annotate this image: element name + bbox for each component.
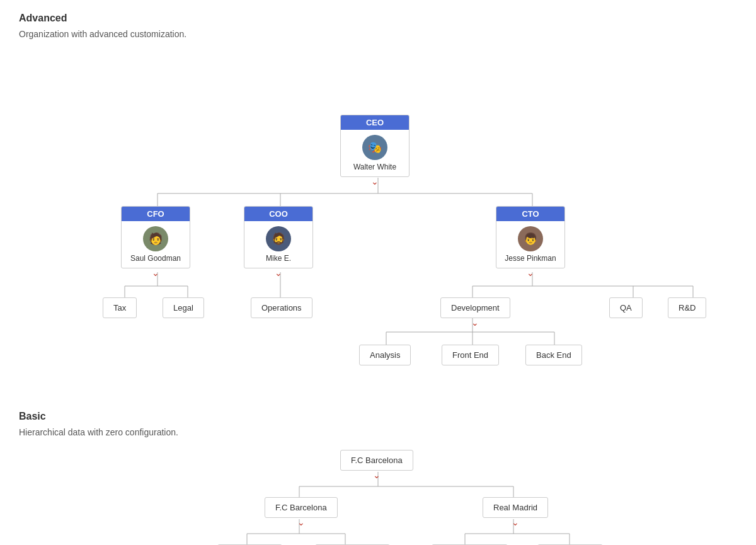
coo-node: COO 🧔 Mike E. ⌄ bbox=[244, 206, 313, 277]
cfo-title: CFO bbox=[122, 207, 190, 221]
backend-label: Back End bbox=[525, 345, 582, 365]
analysis-label: Analysis bbox=[359, 345, 411, 365]
coo-name: Mike E. bbox=[266, 254, 291, 263]
basic-child1-label: F.C Barcelona bbox=[265, 497, 338, 518]
advanced-section: Advanced Organization with advanced cust… bbox=[19, 13, 737, 386]
basic-child2-chevron: ⌄ bbox=[483, 518, 548, 527]
cfo-avatar: 🧑 bbox=[143, 226, 168, 251]
rd-label: R&D bbox=[668, 297, 706, 318]
cfo-chevron: ⌄ bbox=[121, 268, 190, 277]
basic-section: Basic Hierarchical data with zero config… bbox=[19, 411, 737, 545]
cto-chevron: ⌄ bbox=[496, 268, 565, 277]
frontend-node: Front End bbox=[442, 345, 499, 365]
ceo-avatar: 🎭 bbox=[362, 135, 387, 160]
cto-avatar: 👦 bbox=[518, 226, 543, 251]
advanced-description: Organization with advanced customization… bbox=[19, 29, 737, 39]
cto-name: Jesse Pinkman bbox=[505, 254, 556, 263]
basic-child2-node: Real Madrid ⌄ bbox=[483, 497, 548, 527]
ceo-title: CEO bbox=[341, 115, 409, 130]
rd-node: R&D bbox=[668, 297, 706, 318]
advanced-title: Advanced bbox=[19, 13, 737, 24]
cto-node: CTO 👦 Jesse Pinkman ⌄ bbox=[496, 206, 565, 277]
basic-child1-node: F.C Barcelona ⌄ bbox=[265, 497, 338, 527]
coo-chevron: ⌄ bbox=[244, 268, 313, 277]
cfo-node: CFO 🧑 Saul Goodman ⌄ bbox=[121, 206, 190, 277]
frontend-label: Front End bbox=[442, 345, 499, 365]
tax-label: Tax bbox=[103, 297, 137, 318]
legal-node: Legal bbox=[163, 297, 204, 318]
basic-child1-chevron: ⌄ bbox=[265, 518, 338, 527]
ceo-chevron: ⌄ bbox=[340, 177, 410, 186]
ceo-name: Walter White bbox=[353, 163, 396, 171]
basic-root-chevron: ⌄ bbox=[340, 471, 413, 479]
basic-description: Hierarchical data with zero configuratio… bbox=[19, 427, 737, 437]
cfo-name: Saul Goodman bbox=[130, 254, 181, 263]
coo-avatar: 🧔 bbox=[266, 226, 291, 251]
development-node: Development ⌄ bbox=[440, 297, 510, 327]
development-label: Development bbox=[440, 297, 510, 318]
ceo-node: CEO 🎭 Walter White ⌄ bbox=[340, 115, 410, 186]
tax-node: Tax bbox=[103, 297, 137, 318]
qa-label: QA bbox=[609, 297, 643, 318]
cto-title: CTO bbox=[496, 207, 564, 221]
development-chevron: ⌄ bbox=[440, 318, 510, 327]
advanced-org-chart: CEO 🎭 Walter White ⌄ CFO 🧑 Saul Goodman … bbox=[32, 52, 724, 386]
basic-title: Basic bbox=[19, 411, 737, 422]
legal-label: Legal bbox=[163, 297, 204, 318]
basic-root-node: F.C Barcelona ⌄ bbox=[340, 450, 413, 479]
coo-title: COO bbox=[244, 207, 312, 221]
operations-node: Operations bbox=[251, 297, 312, 318]
analysis-node: Analysis bbox=[359, 345, 411, 365]
backend-node: Back End bbox=[525, 345, 582, 365]
operations-label: Operations bbox=[251, 297, 312, 318]
basic-child2-label: Real Madrid bbox=[483, 497, 548, 518]
qa-node: QA bbox=[609, 297, 643, 318]
basic-org-chart: F.C Barcelona ⌄ F.C Barcelona ⌄ Real Mad… bbox=[32, 450, 724, 545]
basic-root-label: F.C Barcelona bbox=[340, 450, 413, 471]
